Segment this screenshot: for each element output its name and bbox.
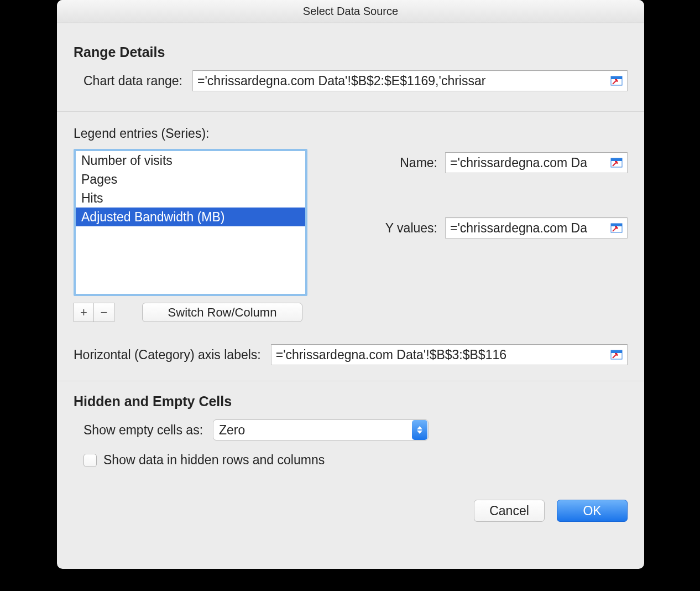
series-yvalues-label: Y values: (385, 221, 437, 236)
select-data-source-dialog: Select Data Source Range Details Chart d… (57, 0, 644, 569)
axis-labels-input[interactable]: ='chrissardegna.com Data'!$B$3:$B$116 (271, 344, 628, 365)
svg-rect-5 (611, 224, 622, 226)
select-stepper-icon (412, 420, 427, 440)
remove-series-button[interactable]: − (94, 303, 114, 322)
collapse-dialog-icon[interactable] (609, 75, 624, 87)
window-title: Select Data Source (303, 5, 398, 18)
show-hidden-label: Show data in hidden rows and columns (103, 453, 325, 468)
series-add-remove-group: + − (74, 303, 114, 322)
svg-rect-1 (611, 76, 622, 79)
legend-entries-heading: Legend entries (Series): (74, 126, 628, 141)
empty-cells-label: Show empty cells as: (83, 423, 203, 438)
series-item[interactable]: Pages (76, 170, 305, 189)
hidden-empty-heading: Hidden and Empty Cells (74, 393, 628, 409)
svg-rect-3 (611, 158, 622, 161)
plus-icon: + (80, 305, 87, 320)
series-name-input[interactable]: ='chrissardegna.com Da (445, 152, 628, 173)
section-divider (57, 111, 644, 112)
collapse-dialog-icon[interactable] (609, 222, 624, 234)
range-details-heading: Range Details (74, 44, 628, 60)
axis-labels-label: Horizontal (Category) axis labels: (74, 348, 261, 362)
section-divider (57, 381, 644, 381)
series-item[interactable]: Hits (76, 189, 305, 208)
chart-data-range-value: ='chrissardegna.com Data'!$B$2:$E$1169,'… (197, 74, 606, 89)
collapse-dialog-icon[interactable] (609, 349, 624, 361)
series-yvalues-input[interactable]: ='chrissardegna.com Da (445, 217, 628, 239)
collapse-dialog-icon[interactable] (609, 157, 624, 169)
empty-cells-select[interactable]: Zero (213, 419, 429, 440)
series-name-label: Name: (400, 155, 437, 170)
chart-data-range-label: Chart data range: (83, 74, 182, 89)
minus-icon: − (101, 305, 108, 320)
series-item[interactable]: Adjusted Bandwidth (MB) (76, 208, 305, 226)
show-hidden-checkbox[interactable] (83, 454, 97, 467)
axis-labels-value: ='chrissardegna.com Data'!$B$3:$B$116 (276, 348, 606, 362)
series-yvalues-value: ='chrissardegna.com Da (450, 221, 606, 236)
series-listbox[interactable]: Number of visits Pages Hits Adjusted Ban… (74, 149, 307, 296)
switch-row-column-button[interactable]: Switch Row/Column (142, 303, 302, 322)
empty-cells-value: Zero (219, 423, 412, 438)
svg-rect-7 (611, 350, 622, 353)
window-titlebar: Select Data Source (57, 0, 644, 23)
cancel-button[interactable]: Cancel (474, 500, 545, 522)
chart-data-range-input[interactable]: ='chrissardegna.com Data'!$B$2:$E$1169,'… (192, 70, 628, 91)
ok-button[interactable]: OK (557, 500, 628, 522)
add-series-button[interactable]: + (74, 303, 94, 322)
series-item[interactable]: Number of visits (76, 151, 305, 170)
series-name-value: ='chrissardegna.com Da (450, 155, 606, 170)
